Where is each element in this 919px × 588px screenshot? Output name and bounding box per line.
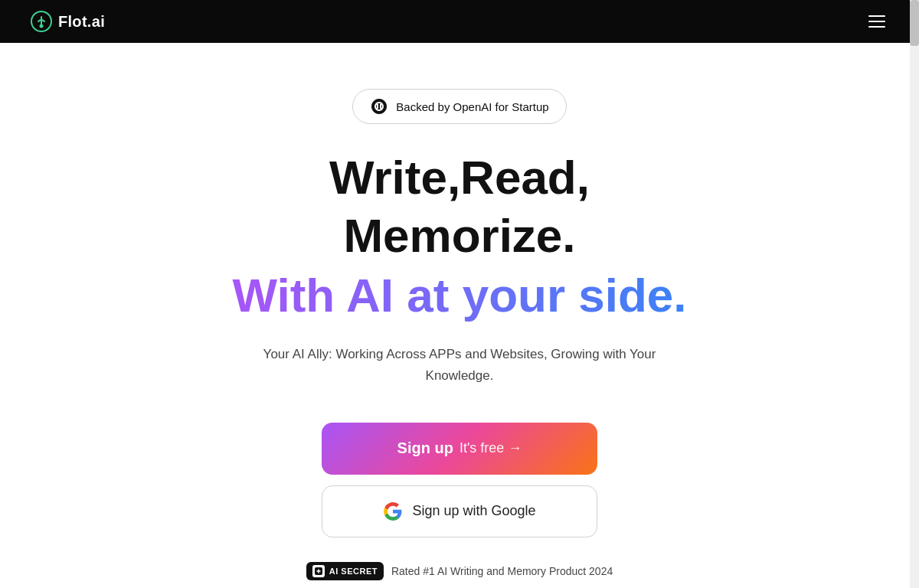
flot-logo-icon [31,11,52,32]
ai-secret-badge: AI SECRET [306,562,384,580]
google-signup-button[interactable]: Sign up with Google [322,485,597,537]
main-content: Backed by OpenAI for Startup Write,Read,… [0,43,919,588]
headline-gradient: With AI at your side. [232,268,686,322]
signup-button[interactable]: Sign up It's free → [322,423,597,475]
rating-row: AI SECRET Rated #1 AI Writing and Memory… [306,562,613,580]
rating-text: Rated #1 AI Writing and Memory Product 2… [391,565,613,577]
google-icon [383,501,403,521]
openai-icon [370,97,388,116]
badge-text: Backed by OpenAI for Startup [396,100,548,113]
scrollbar-thumb[interactable] [910,0,919,46]
signup-main-label: Sign up [397,439,453,457]
hamburger-button[interactable] [865,12,888,31]
logo-text: Flot.ai [58,13,105,31]
headline-line1: Write,Read, [329,152,590,204]
hamburger-line-1 [868,15,885,17]
navbar: Flot.ai [0,0,919,43]
svg-point-1 [40,24,44,28]
hero-subtext: Your AI Ally: Working Across APPs and We… [230,344,689,385]
ai-secret-label: AI SECRET [329,567,378,576]
logo[interactable]: Flot.ai [31,11,105,32]
scrollbar[interactable] [910,0,919,588]
hamburger-line-3 [868,26,885,28]
hamburger-line-2 [868,21,885,22]
openai-badge: Backed by OpenAI for Startup [352,89,566,124]
headline-line2: Memorize. [343,210,575,262]
ai-secret-icon [312,565,325,577]
signup-sub-label: It's free → [460,440,522,456]
google-signup-label: Sign up with Google [412,503,535,519]
